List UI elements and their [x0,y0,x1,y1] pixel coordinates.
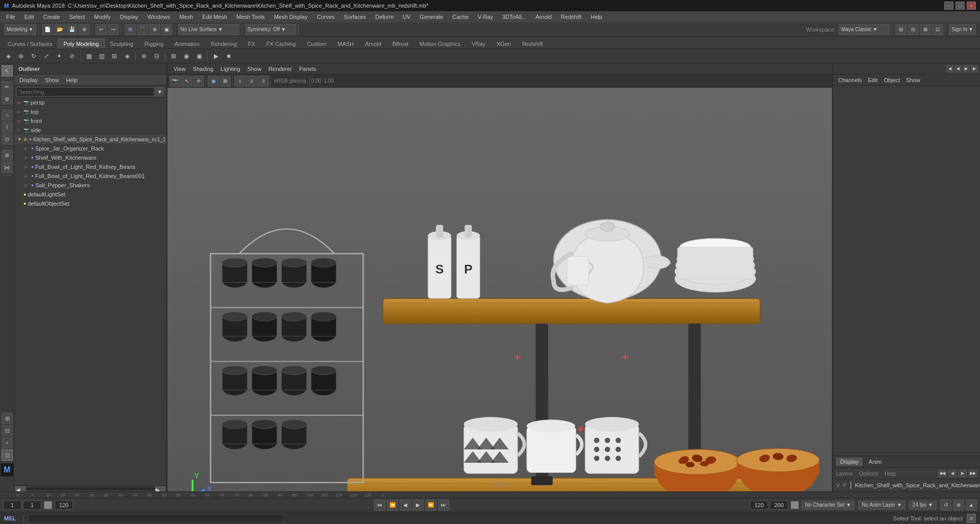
maximize-button[interactable]: □ [955,2,965,10]
mode-dropdown[interactable]: Modeling ▼ [4,24,36,35]
outliner-search-input[interactable] [16,87,154,96]
translate-tool-icon[interactable]: ⊕ [15,50,27,62]
outliner-scroll-left[interactable]: ◀ [15,486,26,491]
vp-view2[interactable]: 2 [246,76,257,87]
paint-attr-btn[interactable]: ⊛ [2,93,13,105]
menu-windows[interactable]: Windows [143,13,175,21]
outliner-item-side[interactable]: ▶ 📷 side [14,126,166,135]
vp-select-btn[interactable]: ↖ [181,76,192,87]
cb-tab-anim[interactable]: Anim [865,458,886,466]
tab-fx[interactable]: FX [242,39,261,48]
shaded-icon[interactable]: ◉ [180,50,192,62]
menu-surfaces[interactable]: Surfaces [340,13,370,21]
outliner-scroll-right[interactable]: ▶ [155,486,165,491]
cb-arrow4[interactable]: ▶ [971,65,978,72]
menu-3dtoall[interactable]: 3DToAll... [498,13,530,21]
snap-point-btn[interactable]: ⊕ [149,24,160,35]
menu-generate[interactable]: Generate [415,13,447,21]
workspace-dropdown[interactable]: Maya Classic ▼ [839,24,890,35]
vp-menu-view[interactable]: View [170,65,189,73]
sculpt-btn[interactable]: ⌂ [2,109,13,120]
tab-vray[interactable]: VRay [466,39,491,48]
view-btn2[interactable]: ⊟ [908,24,919,35]
playback-icon[interactable]: ▶ [210,50,222,62]
layer-btn2[interactable]: ◀ [948,470,957,477]
no-anim-layer[interactable]: No Anim Layer ▼ [858,501,905,510]
display-mode2-btn[interactable]: ⊟ [2,425,13,436]
outliner-help-menu[interactable]: Help [63,76,81,84]
pb-extra1[interactable]: ↺ [940,500,951,511]
snap-curve-btn[interactable]: ⌒ [137,24,148,35]
cb-arrow2[interactable]: ◀ [954,65,962,72]
menu-edit[interactable]: Edit [20,13,38,21]
tab-bifrost[interactable]: Bifrost [387,39,414,48]
outliner-item-lightset[interactable]: ● defaultLightSet [14,190,166,199]
stop-icon[interactable]: ■ [223,50,235,62]
outliner-item-kitchen-group[interactable]: ▼ ⊕ ✦ Kitchen_Shelf_with_Spice_Rack_and_… [14,135,166,144]
outliner-filter-btn[interactable]: ▼ [155,87,164,96]
outliner-item-shelf[interactable]: ▶ ✦ Shelf_With_Kitchenware [14,153,166,162]
outliner-item-spice-jar[interactable]: ▶ ✦ Spice_Jar_Organizer_Rack [14,144,166,153]
tab-sculpting[interactable]: Sculpting [105,39,139,48]
paint-tool-btn[interactable]: ✏ [2,81,13,92]
outliner-item-bowl1[interactable]: ▶ ✦ Full_Bowl_of_Light_Red_Kidney_Beans [14,162,166,171]
menu-vray[interactable]: V-Ray [474,13,497,21]
tab-redshift[interactable]: Redshift [517,39,548,48]
tab-mash[interactable]: MASH [332,39,359,48]
menu-cache[interactable]: Cache [448,13,473,21]
pb-go-start[interactable]: ⏮ [374,500,385,511]
menu-modify[interactable]: Modify [90,13,114,21]
outliner-item-top[interactable]: ▶ 📷 top [14,107,166,116]
new-scene-btn[interactable]: 📄 [42,24,53,35]
bridge-icon[interactable]: ▥ [95,50,108,62]
view-btn4[interactable]: ⊡ [932,24,943,35]
tab-arnold[interactable]: Arnold [359,39,387,48]
redo-btn[interactable]: ↪ [108,24,119,35]
pb-prev-frame[interactable]: ⏪ [387,500,398,511]
menu-mesh[interactable]: Mesh [175,13,197,21]
display-mode3-btn[interactable]: ≡ [2,437,13,448]
pb-next-frame[interactable]: ⏩ [425,500,436,511]
outliner-item-persp[interactable]: ▶ 📷 persp [14,98,166,107]
end-frame-total[interactable]: 200 [770,501,788,510]
separate-icon[interactable]: ⊟ [151,50,163,62]
view-btn1[interactable]: ⊞ [895,24,906,35]
bevel-icon[interactable]: ◈ [121,50,133,62]
cb-menu-object[interactable]: Object [881,77,902,84]
mel-input[interactable] [28,514,283,523]
menu-arnold[interactable]: Arnold [531,13,556,21]
menu-uv[interactable]: UV [399,13,414,21]
cb-menu-channels[interactable]: Channels [836,77,864,84]
selection-tool-btn[interactable]: ↖ [2,65,13,77]
symmetry-dropdown[interactable]: Symmetry: Off ▼ [245,24,296,35]
current-frame-field[interactable]: 1 [23,501,41,510]
outliner-show-menu[interactable]: Show [42,76,62,84]
menu-display[interactable]: Display [116,13,142,21]
tab-xgen[interactable]: XGen [491,39,517,48]
view-btn3[interactable]: ⊠ [920,24,931,35]
menu-mesh-tools[interactable]: Mesh Tools [232,13,268,21]
fps-dropdown[interactable]: 24 fps ▼ [909,501,937,510]
tab-rigging[interactable]: Rigging [139,39,169,48]
layer-btn3[interactable]: ▶ [959,470,967,477]
rotate-tool-icon[interactable]: ↻ [28,50,40,62]
cb-arrow1[interactable]: ◀ [946,65,953,72]
cb-menu-show[interactable]: Show [904,77,922,84]
select-tool-icon[interactable]: ◈ [2,50,14,62]
textured-icon[interactable]: ▣ [193,50,205,62]
vp-menu-renderer[interactable]: Renderer [265,65,295,73]
menu-file[interactable]: File [2,13,19,21]
display-mode1-btn[interactable]: ⊞ [2,413,13,424]
display-mode4-btn[interactable]: ⊡ [2,450,13,461]
undo-btn[interactable]: ↩ [95,24,107,35]
menu-edit-mesh[interactable]: Edit Mesh [198,13,231,21]
vp-menu-lighting[interactable]: Lighting [217,65,243,73]
tab-animation[interactable]: Animation [169,39,205,48]
close-button[interactable]: × [967,2,976,10]
joint-tool-btn[interactable]: ⊗ [2,149,13,161]
vp-menu-show[interactable]: Show [244,65,265,73]
menu-select[interactable]: Select [65,13,89,21]
viewport-canvas[interactable]: S P [167,88,832,491]
cb-tab-display[interactable]: Display [836,458,863,466]
outliner-scroll-track[interactable] [26,487,155,491]
